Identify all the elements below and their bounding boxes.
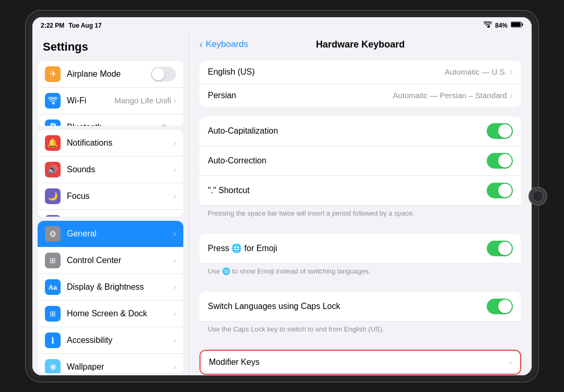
wifi-icon <box>484 21 492 29</box>
notifications-icon: 🔔 <box>45 135 61 151</box>
display-label: Display & Brightness <box>67 282 173 292</box>
capslock-label: Switch Languages using Caps Lock <box>208 302 487 311</box>
sidebar-item-focus[interactable]: 🌙 Focus › <box>38 183 183 210</box>
auto-cap-row[interactable]: Auto-Capitalization <box>199 116 521 146</box>
airplane-label: Airplane Mode <box>67 69 151 79</box>
period-shortcut-toggle[interactable] <box>487 183 513 198</box>
wifi-chevron: › <box>173 96 176 105</box>
bluetooth-icon: 𝔹 <box>45 120 61 126</box>
ipad-frame: 2:22 PM Tue Aug 17 84% <box>26 11 538 382</box>
modifier-keys-chevron: › <box>509 358 512 367</box>
persian-row[interactable]: Persian Automatic — Persian – Standard › <box>199 84 521 107</box>
display-icon: Aa <box>45 279 61 295</box>
airplane-icon: ✈ <box>45 66 61 82</box>
main-content: Settings ✈ Airplane Mode <box>32 34 532 375</box>
general-label: General <box>67 229 173 239</box>
english-value: Automatic — U.S. <box>444 67 507 76</box>
sounds-chevron: › <box>173 165 176 174</box>
bluetooth-value: On <box>161 123 171 126</box>
emoji-label: Press 🌐 for Emoji <box>208 243 487 253</box>
back-chevron-icon: ‹ <box>199 39 203 50</box>
persian-label: Persian <box>208 91 393 100</box>
period-shortcut-row[interactable]: "." Shortcut <box>199 176 521 206</box>
auto-correct-row[interactable]: Auto-Correction <box>199 146 521 176</box>
svg-rect-1 <box>511 22 521 27</box>
modifier-keys-label: Modifier Keys <box>209 358 509 367</box>
wallpaper-chevron: › <box>173 362 176 372</box>
svg-rect-2 <box>522 23 523 26</box>
home-button-inner <box>532 191 544 202</box>
back-button[interactable]: ‹ Keyboards <box>199 39 248 50</box>
focus-icon: 🌙 <box>45 188 61 204</box>
controlcenter-icon: ⊞ <box>45 253 61 268</box>
sidebar-item-accessibility[interactable]: ℹ Accessibility › <box>38 327 183 354</box>
english-row[interactable]: English (US) Automatic — U.S. › <box>199 61 521 84</box>
sidebar-item-general[interactable]: ⚙ General › <box>38 221 183 247</box>
time: 2:22 PM <box>41 22 64 29</box>
sidebar-item-wifi[interactable]: Wi-Fi Mango Life Unifi › <box>38 88 183 114</box>
display-chevron: › <box>173 282 176 292</box>
wifi-settings-icon <box>45 93 61 109</box>
sidebar-item-sounds[interactable]: 🔊 Sounds › <box>38 157 183 183</box>
sidebar-item-screentime[interactable]: ⏳ Screen Time › <box>38 210 183 217</box>
bluetooth-chevron: › <box>173 123 176 126</box>
wifi-label: Wi-Fi <box>67 96 114 105</box>
capslock-card: Switch Languages using Caps Lock Use the… <box>199 292 521 340</box>
capslock-row[interactable]: Switch Languages using Caps Lock <box>199 292 521 322</box>
accessibility-label: Accessibility <box>67 336 173 345</box>
status-left: 2:22 PM Tue Aug 17 <box>41 22 102 29</box>
sidebar-section-connectivity: ✈ Airplane Mode W <box>38 61 183 126</box>
detail-header: ‹ Keyboards Hardware Keyboard <box>189 34 532 55</box>
capslock-toggle[interactable] <box>487 299 513 314</box>
battery-percent: 84% <box>495 22 508 29</box>
modifier-keys-row[interactable]: Modifier Keys › <box>201 351 520 374</box>
auto-correct-toggle[interactable] <box>487 153 513 169</box>
detail-panel: ‹ Keyboards Hardware Keyboard English (U… <box>189 34 532 375</box>
airplane-toggle[interactable] <box>151 67 176 81</box>
controlcenter-chevron: › <box>173 256 176 265</box>
persian-chevron: › <box>510 91 513 100</box>
sidebar-item-display[interactable]: Aa Display & Brightness › <box>38 274 183 301</box>
persian-value: Automatic — Persian – Standard <box>393 91 507 100</box>
notifications-chevron: › <box>173 138 176 148</box>
accessibility-chevron: › <box>173 336 176 345</box>
general-chevron: › <box>173 229 176 239</box>
sidebar-item-airplane[interactable]: ✈ Airplane Mode <box>38 61 183 88</box>
auto-correct-label: Auto-Correction <box>208 156 487 165</box>
wifi-value: Mango Life Unifi <box>114 96 171 105</box>
wallpaper-icon: ❋ <box>45 359 61 373</box>
period-shortcut-label: "." Shortcut <box>208 186 487 195</box>
homescreen-label: Home Screen & Dock <box>67 309 173 318</box>
controlcenter-label: Control Center <box>67 256 173 265</box>
homescreen-icon: ⊞ <box>45 306 61 322</box>
sounds-label: Sounds <box>67 165 173 174</box>
general-icon: ⚙ <box>45 226 61 242</box>
detail-title: Hardware Keyboard <box>316 39 405 50</box>
bluetooth-label: Bluetooth <box>67 123 161 126</box>
accessibility-icon: ℹ <box>45 332 61 348</box>
sidebar-item-bluetooth[interactable]: 𝔹 Bluetooth On › <box>38 114 183 126</box>
emoji-row[interactable]: Press 🌐 for Emoji <box>199 234 521 264</box>
status-right: 84% <box>484 21 523 29</box>
battery-icon <box>511 21 523 29</box>
screentime-icon: ⏳ <box>45 215 61 217</box>
wallpaper-label: Wallpaper <box>67 362 173 372</box>
auto-cap-label: Auto-Capitalization <box>208 126 487 136</box>
emoji-toggle[interactable] <box>487 241 513 256</box>
sidebar-section-general: ⚙ General › ⊞ Control Center › Aa Displa… <box>38 221 183 373</box>
sidebar-item-notifications[interactable]: 🔔 Notifications › <box>38 130 183 157</box>
sidebar-section-notifications: 🔔 Notifications › 🔊 Sounds › 🌙 Focus › <box>38 130 183 217</box>
auto-cap-toggle[interactable] <box>487 123 513 139</box>
focus-chevron: › <box>173 192 176 201</box>
sidebar-item-wallpaper[interactable]: ❋ Wallpaper › <box>38 354 183 373</box>
sidebar-title: Settings <box>32 34 189 59</box>
emoji-card: Press 🌐 for Emoji Use 🌐 to show Emoji in… <box>199 234 521 282</box>
sidebar-item-homescreen[interactable]: ⊞ Home Screen & Dock › <box>38 301 183 327</box>
english-label: English (US) <box>208 67 444 77</box>
home-button[interactable] <box>528 187 547 206</box>
focus-label: Focus <box>67 192 173 201</box>
english-chevron: › <box>510 67 513 77</box>
sounds-icon: 🔊 <box>45 162 61 177</box>
sidebar-item-controlcenter[interactable]: ⊞ Control Center › <box>38 247 183 274</box>
back-label: Keyboards <box>206 39 248 50</box>
